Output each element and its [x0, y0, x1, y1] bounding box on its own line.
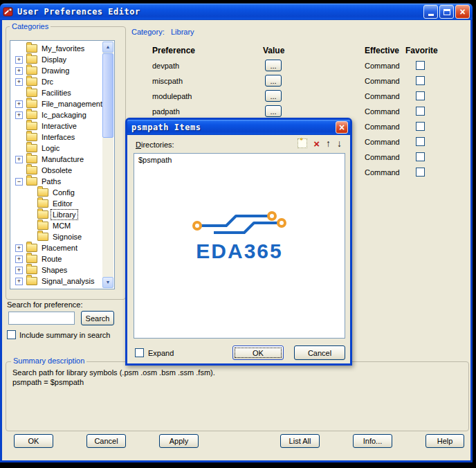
preference-row: modulepath...Command	[0, 90, 476, 104]
tree-item-label: Shapes	[40, 265, 68, 275]
folder-icon	[37, 188, 48, 197]
preference-row: padpath...Command	[0, 105, 476, 119]
eda365-logo-traces	[187, 204, 291, 240]
dialog-cancel-button[interactable]: Cancel	[294, 345, 345, 360]
maximize-button[interactable]	[439, 5, 454, 19]
summary-line-2: psmpath = $psmpath	[12, 378, 84, 386]
delete-item-icon[interactable]: ×	[313, 139, 320, 148]
tree-item-label: My_favorites	[40, 44, 86, 53]
ok-button[interactable]: OK	[14, 434, 53, 448]
effective-value: Command	[365, 107, 400, 116]
favorite-checkbox[interactable]	[416, 137, 425, 146]
favorite-checkbox[interactable]	[416, 107, 425, 116]
move-down-icon[interactable]: ↓	[337, 139, 342, 148]
help-button[interactable]: Help	[425, 434, 464, 448]
expand-plus-icon[interactable]: +	[15, 278, 23, 285]
favorite-checkbox[interactable]	[416, 61, 425, 70]
cancel-button[interactable]: Cancel	[86, 434, 126, 448]
expand-plus-icon[interactable]: +	[15, 244, 23, 252]
dialog-close-button[interactable]: ×	[336, 121, 348, 134]
close-button[interactable]: ×	[455, 5, 470, 19]
expand-label: Expand	[148, 349, 174, 357]
window-titlebar[interactable]: User Preferences Editor ×	[0, 3, 473, 20]
scroll-up-button[interactable]: ▲	[102, 42, 113, 53]
eda365-logo: EDA365	[134, 204, 345, 263]
dialog-title: psmpath Items	[131, 123, 201, 132]
tree-item-editor[interactable]: Editor	[11, 198, 102, 209]
directory-list-item[interactable]: $psmpath	[134, 154, 345, 166]
category-value: Library	[171, 28, 194, 36]
effective-value: Command	[365, 153, 400, 161]
tree-item-signal_analysis[interactable]: +Signal_analysis	[11, 276, 102, 287]
tree-item-label: Route	[40, 254, 63, 264]
column-header-value: Value	[263, 46, 284, 55]
value-browse-button[interactable]: ...	[265, 75, 282, 87]
column-header-preference: Preference	[152, 46, 195, 55]
effective-value: Command	[365, 138, 400, 146]
tree-item-config[interactable]: Config	[11, 187, 102, 198]
include-summary-checkbox[interactable]	[7, 330, 16, 339]
tree-item-my_favorites[interactable]: My_favorites	[11, 43, 102, 54]
categories-group-label: Categories	[10, 22, 51, 30]
directories-toolbar: × ↑ ↓	[298, 138, 342, 148]
tree-item-library[interactable]: Library	[11, 209, 102, 220]
favorite-checkbox[interactable]	[416, 76, 425, 85]
column-header-favorite: Favorite	[405, 46, 438, 55]
maximize-icon	[443, 9, 450, 15]
folder-icon	[26, 244, 37, 252]
apply-button[interactable]: Apply	[159, 434, 199, 448]
move-up-icon[interactable]: ↑	[326, 139, 331, 148]
tree-item-label: Config	[51, 188, 76, 197]
summary-line-1: Search path for library symbols (.psm .o…	[12, 368, 215, 377]
expand-checkbox[interactable]	[135, 348, 144, 357]
folder-icon	[26, 255, 37, 263]
effective-value: Command	[365, 77, 400, 85]
folder-icon	[37, 233, 48, 241]
minimize-icon	[428, 14, 434, 16]
effective-value: Command	[365, 62, 400, 70]
tree-item-route[interactable]: +Route	[11, 253, 102, 264]
scroll-down-button[interactable]: ▼	[102, 277, 113, 288]
dialog-ok-button[interactable]: OK	[232, 345, 284, 360]
minimize-button[interactable]	[423, 5, 438, 19]
summary-group-label: Summary description	[11, 357, 86, 365]
app-icon	[3, 6, 14, 17]
tree-item-signoise[interactable]: Signoise	[11, 231, 102, 242]
tree-item-shapes[interactable]: +Shapes	[11, 264, 102, 276]
favorite-checkbox[interactable]	[416, 152, 425, 161]
tree-item-mcm[interactable]: MCM	[11, 220, 102, 231]
tree-item-label: MCM	[51, 221, 72, 231]
dialog-titlebar[interactable]: psmpath Items ×	[127, 120, 350, 135]
favorite-checkbox[interactable]	[416, 168, 425, 177]
preference-row: devpath...Command	[0, 60, 476, 73]
new-item-icon[interactable]	[298, 138, 307, 148]
effective-value: Command	[365, 123, 400, 131]
folder-icon	[37, 199, 48, 208]
search-input[interactable]	[8, 312, 75, 325]
favorite-checkbox[interactable]	[416, 122, 425, 131]
tree-item-label: Signal_analysis	[40, 276, 95, 286]
screen: User Preferences Editor × Categories My_…	[0, 0, 476, 468]
expand-plus-icon[interactable]: +	[15, 255, 23, 263]
tree-item-label: Placement	[40, 243, 79, 253]
list-all-button[interactable]: List All	[280, 434, 320, 448]
dialog-body: Directories: × ↑ ↓ $psmpath	[127, 135, 350, 363]
effective-value: Command	[365, 168, 400, 177]
favorite-checkbox[interactable]	[416, 91, 425, 100]
folder-icon	[26, 44, 37, 53]
column-header-effective: Effective	[365, 46, 399, 55]
eda365-logo-text: EDA365	[134, 240, 345, 263]
directories-label: Directories:	[136, 141, 174, 149]
value-browse-button[interactable]: ...	[265, 105, 282, 117]
tree-item-label: Signoise	[51, 232, 83, 242]
preference-name: devpath	[152, 62, 179, 70]
search-button[interactable]: Search	[81, 311, 114, 325]
tree-item-placement[interactable]: +Placement	[11, 242, 102, 253]
window-title: User Preferences Editor	[17, 7, 140, 17]
directories-list: $psmpath EDA365	[134, 153, 345, 339]
value-browse-button[interactable]: ...	[265, 60, 282, 71]
value-browse-button[interactable]: ...	[265, 90, 282, 102]
preference-name: miscpath	[152, 77, 183, 85]
expand-plus-icon[interactable]: +	[15, 267, 23, 274]
info-button[interactable]: Info...	[353, 434, 392, 448]
